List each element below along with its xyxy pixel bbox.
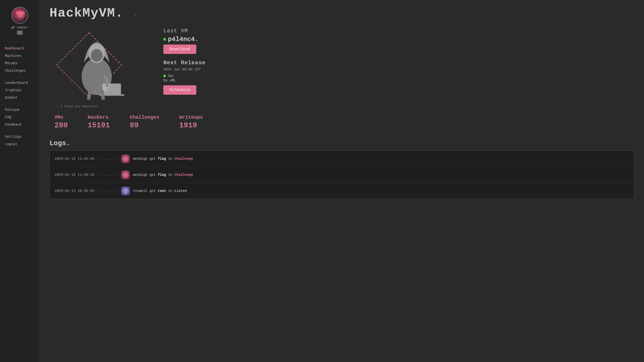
log-row: 2025-01-13 11:45:45 .......... wendigo g… [50,151,634,167]
stat-challenges-value: 89 [130,121,160,130]
log-avatar [121,170,130,179]
next-release-label: Next Release [163,60,206,66]
log-avatar [121,154,130,163]
log-dots: .......... [97,173,118,177]
sidebar-item-submit[interactable]: Submit [3,94,39,101]
logs-title: Logs. [50,139,634,147]
stat-writeups-label: Writeups [179,114,203,120]
sidebar-item-trophies[interactable]: Trophies [3,87,39,94]
download-button[interactable]: Download [163,44,196,54]
stat-hackers: Hackers 15191 [88,114,110,130]
stat-vms-label: VMs [54,114,68,120]
schedule-button[interactable]: Schedule [163,85,196,95]
sidebar-item-faq[interactable]: FAQ [3,114,39,121]
site-title: HackMyVM. · [50,6,137,20]
sidebar-divider-1 [6,77,36,77]
sidebar: y0 check! Dashboard Machines MVLabs Chal… [0,0,40,362]
logs-section: Logs. 2025-01-13 11:45:45 .......... wen… [50,139,634,199]
stat-writeups-value: 1919 [179,121,203,130]
green-dot-icon [163,38,166,40]
sidebar-item-feedback[interactable]: Feedback [3,121,39,128]
header-row: HackMyVM. · [50,6,634,20]
last-vm-name: p4l4nc4. [163,36,206,43]
green-dot-release-icon [163,75,166,77]
hacker-figure-icon [64,30,134,100]
log-row: 2025-01-13 10:38:54 .......... roswell g… [50,183,634,199]
next-release-info: Jan by sML [163,74,206,82]
sidebar-item-settings[interactable]: Settings [3,133,39,140]
vm-name-text: p4l4nc4. [168,36,199,43]
log-dots: .......... [97,189,118,193]
avatar [12,7,28,24]
last-vm-section: Last VM p4l4nc4. Download [163,28,206,54]
stat-writeups: Writeups 1919 [179,114,203,130]
next-release-by: by sML [163,78,206,82]
sidebar-item-machines[interactable]: Machines [3,52,39,59]
log-timestamp: 2025-01-13 10:38:54 [55,189,94,193]
svg-rect-5 [102,84,121,95]
header-dot: · [134,12,137,18]
stat-challenges: Challenges 89 [130,114,160,130]
svg-point-4 [91,49,102,62]
log-avatar [121,186,130,195]
main-content: HackMyVM. · [40,0,644,362]
next-release-section: Next Release 30th Jan 09:00 CET Jan by s… [163,60,206,95]
sidebar-item-dashboard[interactable]: Dashboard [3,45,39,52]
sidebar-icon-row [17,30,23,35]
next-release-month: Jan [163,74,206,78]
sidebar-avatar-area: y0 check! [0,4,39,42]
stat-vms: VMs 280 [54,114,68,130]
hero-image-area: – I found you beautiful. [50,25,148,105]
stats-section: VMs 280 Hackers 15191 Challenges 89 Writ… [50,114,634,130]
stat-challenges-label: Challenges [130,114,160,120]
sidebar-nav: Dashboard Machines MVLabs Challenges Lea… [0,45,39,358]
last-vm-label: Last VM [163,28,206,34]
log-dots: .......... [97,157,118,161]
sidebar-item-logout[interactable]: Logout [3,141,39,148]
log-timestamp: 2025-01-13 11:39:14 [55,173,94,177]
hero-quote: – I found you beautiful. [57,105,100,108]
sidebar-divider-3 [6,131,36,131]
next-release-date: 30th Jan 09:00 CET [163,67,206,71]
sidebar-item-challenges[interactable]: Challenges [3,67,39,74]
sidebar-item-mvmlabs[interactable]: MVLabs [3,60,39,67]
sidebar-divider-2 [6,104,36,104]
log-text: roswell got root in Listen [133,189,187,193]
sidebar-username: y0 check! [11,26,28,29]
stat-vms-value: 280 [54,121,68,130]
log-row: 2025-01-13 11:39:14 .......... wendigo g… [50,167,634,183]
envelope-icon[interactable] [17,30,23,35]
log-text: wendigo got flag in Challenge [133,157,193,161]
sidebar-item-leaderboard[interactable]: Leaderboard [3,79,39,86]
log-text: wendigo got flag in Challenge [133,173,193,177]
logs-container: 2025-01-13 11:45:45 .......... wendigo g… [50,151,634,199]
stat-hackers-value: 15191 [88,121,110,130]
log-timestamp: 2025-01-13 11:45:45 [55,157,94,161]
sidebar-item-palique[interactable]: Palique [3,106,39,113]
hero-section: – I found you beautiful. Last VM p4l4nc4… [50,25,634,105]
hero-right-panel: Last VM p4l4nc4. Download Next Release 3… [163,25,206,95]
stat-hackers-label: Hackers [88,114,110,120]
